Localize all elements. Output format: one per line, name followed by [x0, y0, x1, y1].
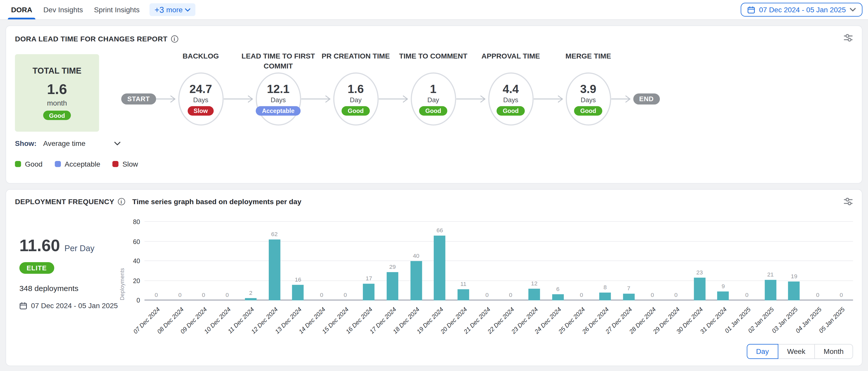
flow-arrow-icon — [378, 94, 411, 104]
stage-status-badge: Good — [342, 106, 370, 115]
bar-slot: 028 Dec 2024 — [641, 222, 664, 300]
performance-tier-badge: ELITE — [20, 262, 54, 274]
stage-status-badge: Slow — [187, 106, 214, 115]
lead-time-flow: STARTBACKLOG24.7DaysSlowLEAD TIME TO FIR… — [121, 73, 660, 126]
more-tabs-button[interactable]: +3 more — [150, 3, 195, 16]
bar-value-label: 23 — [696, 269, 703, 275]
deployment-card-title: DEPLOYMENT FREQUENCY i — [15, 198, 125, 206]
deployment-bar — [458, 290, 469, 300]
tab-dev-insights[interactable]: Dev Insights — [38, 0, 89, 20]
deployment-frequency-card: DEPLOYMENT FREQUENCY i Time series graph… — [6, 189, 863, 366]
flow-stage: BACKLOG24.7DaysSlow — [178, 73, 223, 126]
bar-value-label: 0 — [202, 292, 205, 298]
deployment-bar — [269, 239, 280, 300]
deployment-rate: 11.60 Per Day — [20, 236, 95, 255]
granularity-month-button[interactable]: Month — [814, 344, 853, 359]
bar-slot: 6619 Dec 2024 — [428, 222, 452, 300]
stage-value: 4.4 — [502, 82, 519, 95]
bar-value-label: 0 — [178, 292, 182, 298]
lead-time-title-text: DORA LEAD TIME FOR CHANGES REPORT — [15, 35, 167, 43]
bar-value-label: 19 — [791, 273, 797, 279]
bar-value-label: 17 — [366, 275, 372, 281]
filter-sliders-icon[interactable] — [844, 198, 853, 206]
granularity-toggle: DayWeekMonth — [746, 344, 853, 359]
bar-slot: 2917 Dec 2024 — [381, 222, 404, 300]
bar-value-label: 21 — [767, 271, 774, 277]
total-time-unit: month — [47, 99, 67, 107]
bar-value-label: 0 — [840, 292, 843, 298]
deployment-bar — [292, 284, 304, 300]
bar-value-label: 0 — [745, 292, 749, 298]
bar-slot: 014 Dec 2024 — [310, 222, 333, 300]
bar-slot: 931 Dec 2024 — [712, 222, 735, 300]
stage-circle: 4.4DaysGood — [488, 73, 533, 126]
chevron-down-icon — [850, 8, 856, 11]
bar-value-label: 11 — [460, 280, 466, 287]
bar-slot: 015 Dec 2024 — [334, 222, 357, 300]
bar-slot: 008 Dec 2024 — [168, 222, 191, 300]
bar-value-label: 7 — [627, 284, 630, 291]
bar-slots: 007 Dec 2024008 Dec 2024009 Dec 2024010 … — [145, 222, 853, 300]
deployment-bar — [717, 292, 729, 301]
y-axis-tick: 20 — [125, 277, 140, 284]
granularity-week-button[interactable]: Week — [778, 344, 815, 359]
legend-label: Acceptable — [65, 160, 100, 168]
more-tabs-count: +3 — [154, 6, 164, 14]
stage-value: 24.7 — [189, 82, 212, 95]
info-icon[interactable]: i — [171, 35, 178, 43]
legend-item: Slow — [113, 160, 138, 168]
granularity-day-button[interactable]: Day — [746, 344, 778, 359]
deployments-bar-chart: Deployments 020406080007 Dec 2024008 Dec… — [145, 222, 853, 300]
filter-sliders-icon[interactable] — [844, 34, 853, 42]
deployment-title-text: DEPLOYMENT FREQUENCY — [15, 198, 114, 206]
legend-item: Good — [15, 160, 42, 168]
stage-title: BACKLOG — [159, 52, 243, 61]
bar-slot: 021 Dec 2024 — [475, 222, 499, 300]
bar-slot: 826 Dec 2024 — [593, 222, 617, 300]
flow-arrow-icon — [223, 94, 256, 104]
date-range-picker[interactable]: 07 Dec 2024 - 05 Jan 2025 — [741, 3, 862, 16]
total-time-status-badge: Good — [43, 111, 71, 120]
chart-plot-area: Deployments 020406080007 Dec 2024008 Dec… — [145, 222, 853, 300]
bar-slot: 005 Jan 2025 — [830, 222, 853, 300]
tab-sprint-insights[interactable]: Sprint Insights — [89, 0, 145, 20]
stage-circle: 3.9DaysGood — [565, 73, 611, 126]
bar-value-label: 0 — [320, 292, 323, 298]
bar-slot: 211 Dec 2024 — [239, 222, 262, 300]
deployment-date-range-value: 07 Dec 2024 - 05 Jan 2025 — [31, 302, 118, 310]
stage-title: LEAD TIME TO FIRST COMMIT — [236, 52, 320, 71]
rate-value: 11.60 — [20, 236, 60, 255]
bar-slot: 029 Dec 2024 — [664, 222, 688, 300]
rate-unit: Per Day — [64, 243, 94, 253]
legend-swatch — [55, 161, 61, 167]
show-metric-dropdown[interactable]: Average time — [43, 139, 121, 147]
bar-value-label: 0 — [155, 292, 158, 298]
info-icon[interactable]: i — [118, 198, 125, 205]
bar-slot: 4018 Dec 2024 — [404, 222, 428, 300]
more-tabs-label: more — [166, 6, 183, 14]
bar-value-label: 0 — [486, 292, 489, 298]
date-range-value: 07 Dec 2024 - 05 Jan 2025 — [759, 6, 846, 14]
deployment-bar — [694, 278, 705, 300]
show-label: Show: — [15, 139, 36, 147]
deployment-bar — [623, 293, 634, 300]
stage-circle: 24.7DaysSlow — [178, 73, 223, 126]
stage-title: TIME TO COMMENT — [391, 52, 475, 61]
tab-dora[interactable]: DORA — [6, 0, 38, 20]
stage-status-badge: Good — [574, 106, 602, 115]
bar-value-label: 8 — [603, 283, 607, 290]
bar-slot: 025 Dec 2024 — [570, 222, 593, 300]
flow-stage: MERGE TIME3.9DaysGood — [565, 73, 611, 126]
bar-value-label: 40 — [413, 252, 419, 259]
stage-circle: 1DayGood — [410, 73, 456, 126]
dashboard: DORA Dev Insights Sprint Insights +3 mor… — [0, 0, 868, 371]
bar-value-label: 2 — [249, 290, 252, 296]
deployment-bar — [765, 280, 776, 301]
bar-value-label: 0 — [651, 292, 654, 298]
total-time-value: 1.6 — [47, 81, 67, 98]
y-axis-tick: 40 — [125, 258, 140, 265]
stage-title: APPROVAL TIME — [469, 52, 553, 61]
flow-stage: APPROVAL TIME4.4DaysGood — [488, 73, 533, 126]
stage-title: PR CREATION TIME — [314, 52, 398, 61]
bar-slot: 6212 Dec 2024 — [262, 222, 286, 300]
